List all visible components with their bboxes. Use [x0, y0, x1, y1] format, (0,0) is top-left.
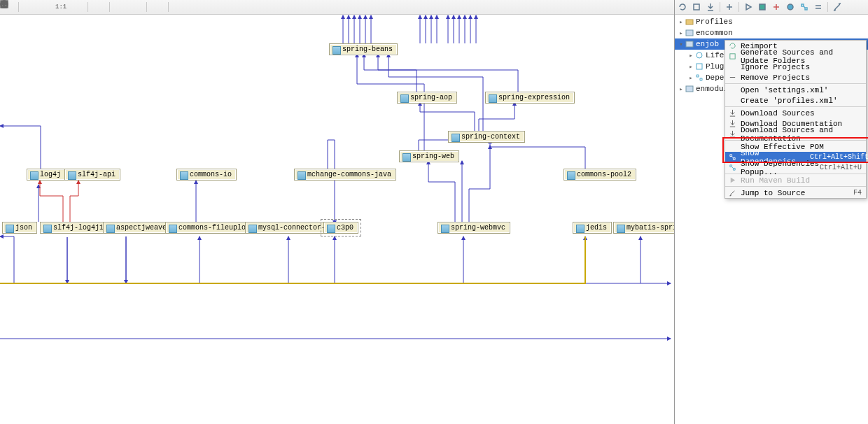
settings-icon[interactable]	[174, 2, 184, 12]
dependency-diagram[interactable]: 1:1	[0, 0, 675, 424]
node-spring-webmvc[interactable]: spring-webmvc	[438, 222, 510, 234]
node-mchange[interactable]: mchange-commons-java	[294, 169, 396, 181]
menu-remove[interactable]: Remove Projects	[725, 72, 866, 83]
svg-rect-6	[760, 4, 765, 10]
node-commons-pool2[interactable]: commons-pool2	[564, 169, 636, 181]
node-spring-aop[interactable]: spring-aop	[397, 92, 457, 104]
generate-icon[interactable]	[692, 2, 701, 12]
node-spring-context[interactable]: spring-context	[448, 131, 525, 143]
reimport-icon[interactable]	[678, 2, 687, 12]
menu-run-maven: Run Maven Build	[725, 175, 866, 185]
node-commons-io[interactable]: commons-io	[176, 169, 237, 181]
svg-rect-14	[729, 54, 734, 59]
node-mybatis-spring[interactable]: mybatis-spring	[613, 222, 675, 234]
minus-icon	[727, 73, 737, 82]
fit-icon[interactable]	[72, 2, 82, 12]
svg-rect-10	[686, 41, 693, 47]
svg-rect-9	[686, 30, 693, 36]
layout-icon[interactable]	[94, 2, 104, 12]
download-icon	[727, 129, 737, 139]
download-icon	[727, 119, 737, 128]
show-deps-icon[interactable]	[799, 2, 809, 12]
download-icon	[727, 108, 737, 118]
execute-icon[interactable]	[757, 2, 767, 12]
maven-toolbar	[675, 0, 868, 15]
svg-point-11	[696, 52, 702, 58]
run-icon	[727, 176, 737, 185]
download-icon[interactable]	[706, 2, 715, 12]
svg-point-7	[788, 4, 793, 10]
svg-rect-5	[694, 4, 699, 10]
menu-show-deps-popup[interactable]: Show Dependencies Popup...Ctrl+Alt+U	[725, 162, 866, 173]
menu-download-srcdoc[interactable]: Download Sources and Documentation	[725, 129, 866, 139]
node-spring-beans[interactable]: spring-beans	[329, 43, 398, 55]
tree-encommon[interactable]: ▸encommon	[675, 27, 868, 38]
menu-create-profiles[interactable]: Create 'profiles.xml'	[725, 95, 866, 106]
svg-rect-8	[686, 20, 693, 24]
menu-ignore[interactable]: Ignore Projects	[725, 62, 866, 72]
diagram-toolbar: 1:1	[0, 0, 674, 15]
edit-icon	[727, 188, 737, 197]
export-icon[interactable]	[131, 2, 141, 12]
context-menu: Reimport Generate Sources and Update Fol…	[724, 40, 867, 199]
diagram-icon	[727, 163, 737, 172]
node-spring-web[interactable]: spring-web	[399, 150, 459, 162]
menu-jump-source[interactable]: Jump to SourceF4	[725, 188, 866, 198]
node-slf4j-api[interactable]: slf4j-api	[64, 169, 120, 181]
menu-gensrc[interactable]: Generate Sources and Update Folders	[725, 51, 866, 62]
zoom-actual-icon[interactable]: 1:1	[55, 2, 66, 12]
node-jedis[interactable]: jedis	[573, 222, 612, 234]
svg-rect-13	[686, 86, 693, 92]
diagram-icon	[727, 153, 737, 162]
offline-icon[interactable]	[785, 2, 795, 12]
toggle-icon[interactable]	[771, 2, 781, 12]
node-spring-expression[interactable]: spring-expression	[485, 92, 575, 104]
zoom-in-icon[interactable]	[24, 2, 34, 12]
menu-download-sources[interactable]: Download Sources	[725, 108, 866, 118]
node-c3p0[interactable]: c3p0	[323, 222, 358, 234]
menu-open-settings[interactable]: Open 'settings.xml'	[725, 85, 866, 95]
run-icon[interactable]	[743, 2, 753, 12]
add-icon[interactable]	[724, 2, 734, 12]
svg-point-4	[3, 3, 6, 6]
tree-profiles[interactable]: ▸Profiles	[675, 16, 868, 27]
node-log4j[interactable]: log4j	[27, 169, 66, 181]
dependency-edges	[0, 0, 674, 424]
zoom-out-icon[interactable]	[40, 2, 50, 12]
node-slf4j-log4j12[interactable]: slf4j-log4j12	[40, 222, 113, 234]
maven-settings-icon[interactable]	[832, 2, 842, 12]
print-icon[interactable]	[153, 2, 162, 12]
save-icon[interactable]	[115, 2, 125, 12]
svg-rect-12	[696, 64, 702, 69]
node-json[interactable]: json	[2, 222, 37, 234]
collapse-icon[interactable]	[813, 2, 823, 12]
